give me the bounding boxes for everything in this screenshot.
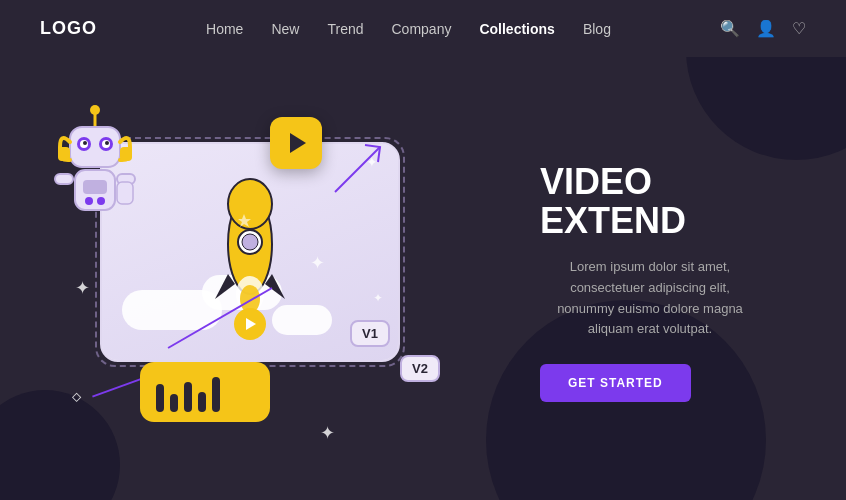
nav-blog[interactable]: Blog [583,21,611,37]
svg-point-1 [90,105,100,115]
hero-title: VIDEO EXTEND [540,162,786,241]
svg-rect-10 [120,147,132,161]
nav-new[interactable]: New [271,21,299,37]
eq-bar-2-wrapper [170,394,178,412]
play-button-float[interactable] [270,117,322,169]
nav-icons: 🔍 👤 ♡ [720,19,806,38]
eq-bar-5 [212,377,220,412]
svg-rect-14 [117,182,133,204]
badge-v1: V1 [350,320,390,347]
heart-icon[interactable]: ♡ [792,19,806,38]
nav-trend[interactable]: Trend [327,21,363,37]
hero-section: ✦ ✦ ✦ [0,57,846,497]
eq-bar-1 [156,384,164,412]
eq-bar-4-wrapper [198,392,206,412]
sparkle-outside-2: ⬦ [70,382,83,408]
user-icon[interactable]: 👤 [756,19,776,38]
eq-bar-4 [198,392,206,412]
svg-point-16 [85,197,93,205]
eq-bar-3 [184,382,192,412]
nav-company[interactable]: Company [392,21,452,37]
svg-point-7 [83,141,87,145]
hero-description: Lorem ipsum dolor sit amet, consectetuer… [540,257,760,340]
search-icon[interactable]: 🔍 [720,19,740,38]
eq-bar-5-wrapper [212,377,220,412]
svg-rect-12 [55,174,73,184]
eq-bar-1-wrapper [156,384,164,412]
right-content: VIDEO EXTEND Lorem ipsum dolor sit amet,… [500,162,806,402]
sparkle-outside-1: ✦ [75,277,90,299]
eq-widget [140,362,270,422]
badge-v2: V2 [400,355,440,382]
navbar: LOGO Home New Trend Company Collections … [0,0,846,57]
nav-home[interactable]: Home [206,21,243,37]
sparkle-outside-4: ✦ [320,422,335,444]
cta-button[interactable]: GET STARTED [540,364,691,402]
logo: LOGO [40,18,97,39]
svg-rect-9 [58,147,70,161]
hero-title-text: VIDEO EXTEND [540,161,686,242]
svg-point-17 [97,197,105,205]
illustration: ✦ ✦ ✦ [40,102,500,462]
eq-bar-3-wrapper [184,382,192,412]
svg-point-8 [105,141,109,145]
eq-bar-2 [170,394,178,412]
svg-rect-15 [83,180,107,194]
svg-rect-2 [70,127,120,167]
nav-links: Home New Trend Company Collections Blog [206,20,611,38]
nav-collections[interactable]: Collections [479,21,554,37]
robot-illustration [50,102,140,222]
